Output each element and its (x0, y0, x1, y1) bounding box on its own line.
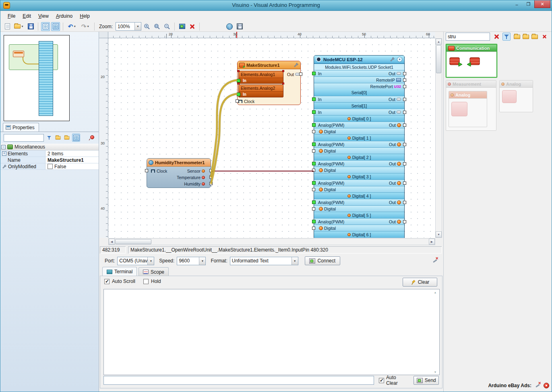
serial-out-pin[interactable] (403, 111, 406, 114)
open-button[interactable]: ▼ (13, 22, 25, 31)
category-measurement[interactable]: Measurement Analog (446, 80, 496, 131)
socket-in-pin[interactable] (312, 72, 316, 75)
reset-filter-button[interactable] (540, 33, 548, 41)
hscroll-thumb[interactable] (115, 239, 151, 244)
property-category[interactable]: − Miscellaneous (0, 144, 99, 151)
property-value[interactable]: 2 Items (45, 151, 99, 157)
filter-button[interactable] (502, 33, 511, 41)
port-dropdown-icon[interactable]: ▼ (147, 257, 154, 265)
zoom-in-button[interactable] (143, 22, 151, 31)
properties-filter-input[interactable] (4, 134, 44, 142)
scroll-down-icon[interactable]: ▼ (436, 231, 442, 237)
scroll-up-icon[interactable]: ▲ (432, 289, 438, 295)
format-select[interactable]: Unformatted Text ▼ (230, 257, 298, 265)
property-value[interactable]: MakeStructure1 (45, 157, 99, 163)
digital-pin[interactable] (312, 227, 315, 230)
analog-pwm-pin[interactable] (312, 142, 316, 146)
redo-button[interactable]: ↷▼ (79, 22, 91, 31)
selection-handle[interactable] (282, 70, 284, 72)
clock-pin[interactable] (145, 169, 148, 172)
maximize-button[interactable]: ❐ (523, 0, 534, 8)
serial-in-pin[interactable] (312, 110, 316, 114)
tab-scope[interactable]: Scope (139, 267, 169, 276)
properties-sort-button[interactable] (45, 134, 53, 141)
vscroll-thumb[interactable] (436, 45, 441, 73)
clock-pin[interactable] (236, 99, 239, 103)
clear-button[interactable]: Clear (403, 278, 437, 287)
palette-search-input[interactable] (446, 33, 490, 41)
zoom-dropdown-icon[interactable]: ▼ (134, 23, 141, 30)
digital-pin[interactable] (312, 169, 315, 172)
analog-pwm-pin[interactable] (312, 162, 316, 165)
pwm-out-pin[interactable] (403, 220, 406, 223)
auto-scroll-checkbox[interactable] (104, 279, 110, 284)
expand-icon[interactable]: + (2, 151, 6, 156)
canvas-hscrollbar[interactable]: ◀ ▶ (108, 238, 435, 245)
pwm-out-pin[interactable] (403, 182, 406, 185)
categories-button[interactable] (531, 33, 539, 41)
properties-grid-button[interactable] (72, 134, 80, 142)
new-sketch-button[interactable] (3, 22, 12, 31)
property-row[interactable]: OnlyModified False (0, 163, 99, 170)
property-row[interactable]: Name MakeStructure1 (0, 157, 99, 163)
analog-pwm-pin[interactable] (312, 220, 316, 223)
auto-clear-checkbox[interactable] (379, 378, 384, 383)
hold-checkbox[interactable] (143, 279, 149, 284)
collapse-icon[interactable]: − (1, 145, 6, 149)
selection-handle[interactable] (238, 70, 240, 72)
serial-in-pin[interactable] (312, 97, 316, 101)
show-grid-button[interactable] (51, 22, 60, 31)
ads-browser-icon[interactable] (544, 383, 549, 388)
compile-button[interactable] (225, 22, 234, 31)
menu-item-edit[interactable]: Edit (19, 12, 34, 21)
analog-pwm-pin[interactable] (312, 200, 316, 204)
terminal-vscrollbar[interactable]: ▲ ▼ (432, 289, 438, 375)
onlymodified-checkbox[interactable] (48, 164, 53, 169)
wrench-icon[interactable] (390, 57, 395, 62)
upload-button[interactable] (235, 22, 244, 31)
zoom-out-button[interactable] (163, 22, 172, 31)
palette-item-split-structure[interactable] (466, 54, 481, 68)
properties-pin-button[interactable] (88, 134, 95, 141)
makestructure-header[interactable]: MakeStructure1 (238, 61, 300, 69)
remoteport-pin[interactable] (403, 85, 406, 88)
zoom-select[interactable]: 100% ▼ (116, 22, 141, 31)
undo-button[interactable]: ↶▼ (66, 22, 78, 31)
pwm-out-pin[interactable] (403, 162, 406, 165)
faded-component-icon[interactable] (451, 102, 467, 116)
humidity-pin[interactable] (209, 182, 213, 185)
palette-item-make-structure[interactable] (448, 54, 463, 68)
speed-dropdown-icon[interactable]: ▼ (199, 257, 205, 265)
delete-button[interactable] (188, 22, 196, 31)
zoom-area-button[interactable] (153, 22, 161, 31)
analog2-in-pin[interactable] (237, 93, 240, 96)
expand-all-button[interactable] (513, 33, 521, 41)
minimize-button[interactable]: – (511, 0, 523, 8)
selection-handle[interactable] (282, 83, 284, 85)
element-analog1[interactable]: Elements.Analog1 In (238, 71, 283, 84)
digital-pin[interactable] (312, 130, 315, 133)
serial-out-pin[interactable] (403, 98, 406, 101)
selection-handle[interactable] (238, 83, 240, 85)
speed-select[interactable]: 9600 ▼ (177, 257, 206, 265)
analog-pwm-pin[interactable] (312, 181, 316, 185)
thermometer-header[interactable]: HumidityThermometer1 (147, 159, 211, 167)
tab-terminal[interactable]: Terminal (102, 267, 137, 276)
menu-item-help[interactable]: Help (76, 12, 93, 21)
digital-pin[interactable] (312, 188, 315, 191)
out-pin[interactable] (299, 72, 302, 76)
makestructure-component[interactable]: MakeStructure1 Elements.Analog1 In Eleme… (237, 61, 301, 105)
terminal-output[interactable] (103, 289, 440, 375)
menu-item-view[interactable]: View (35, 12, 52, 21)
element-analog2[interactable]: Elements.Analog2 In (238, 85, 283, 97)
chevron-down-icon[interactable]: ▼ (397, 57, 402, 62)
subcategory-analog[interactable]: Analog (449, 91, 487, 127)
connect-button[interactable]: Connect (305, 256, 340, 265)
wire-humidity-in2[interactable] (211, 94, 237, 184)
humiditythermometer-component[interactable]: HumidityThermometer1 Clock Sensor Temper… (147, 158, 211, 188)
port-select[interactable]: COM5 (Unava ▼ (117, 257, 154, 265)
nodemcu-component[interactable]: NodeMCU ESP-12 ▼ Modules.WiFi.Sockets.UD… (314, 55, 405, 238)
scroll-left-icon[interactable]: ◀ (109, 239, 115, 245)
design-canvas[interactable]: MakeStructure1 Elements.Analog1 In Eleme… (108, 38, 435, 238)
remoteip-pin[interactable] (403, 78, 406, 82)
